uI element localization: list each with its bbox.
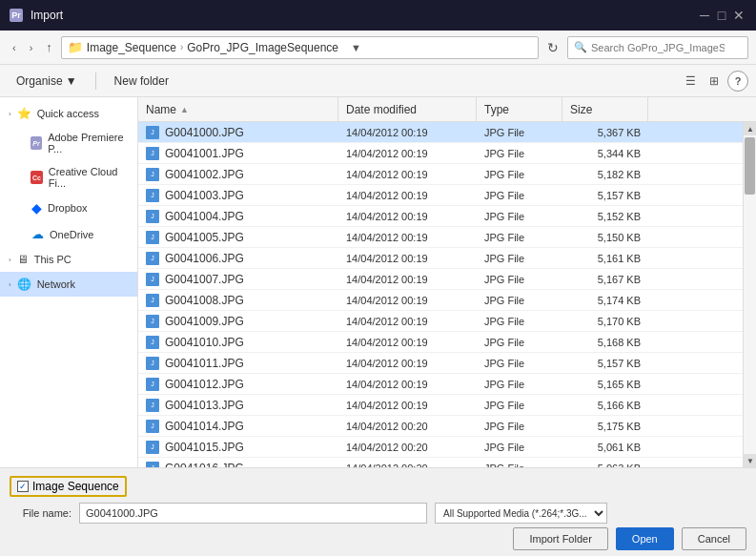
- file-name-text: G0041005.JPG: [165, 231, 244, 244]
- file-name-text: G0041015.JPG: [165, 441, 244, 454]
- close-button[interactable]: ✕: [731, 8, 746, 23]
- sidebar-icon: 🌐: [17, 278, 31, 291]
- scroll-track[interactable]: [744, 135, 756, 454]
- table-row[interactable]: JG0041014.JPG14/04/2012 00:20JPG File5,1…: [138, 416, 743, 437]
- image-sequence-checkbox[interactable]: ✓: [17, 481, 29, 492]
- file-date-cell: 14/04/2012 00:19: [338, 374, 477, 394]
- file-name-cell: JG0041007.JPG: [138, 269, 338, 289]
- sidebar-item-this-pc[interactable]: ›🖥This PC: [0, 247, 137, 272]
- minimize-button[interactable]: ─: [697, 8, 712, 23]
- view-grid-button[interactable]: ⊞: [705, 72, 724, 91]
- file-type-icon: J: [146, 378, 159, 391]
- file-type-cell: JPG File: [477, 248, 562, 268]
- file-date-cell: 14/04/2012 00:20: [338, 458, 477, 467]
- file-size-cell: 5,344 KB: [562, 143, 648, 163]
- file-type-select[interactable]: All Supported Media (*.264;*.3G...: [435, 503, 607, 524]
- table-row[interactable]: JG0041006.JPG14/04/2012 00:19JPG File5,1…: [138, 248, 743, 269]
- refresh-button[interactable]: ↻: [542, 37, 563, 58]
- file-size-cell: 5,168 KB: [562, 332, 648, 352]
- sidebar-item-quick-access[interactable]: ›⭐Quick access: [0, 101, 137, 126]
- file-type-icon: J: [146, 189, 159, 202]
- file-type-icon: J: [146, 252, 159, 265]
- file-size-cell: 5,150 KB: [562, 227, 648, 247]
- sidebar-item-label: OneDrive: [50, 229, 93, 240]
- table-row[interactable]: JG0041016.JPG14/04/2012 00:20JPG File5,0…: [138, 458, 743, 467]
- file-name-cell: JG0041000.JPG: [138, 122, 338, 142]
- file-size-cell: 5,061 KB: [562, 437, 648, 457]
- file-type-icon: J: [146, 399, 159, 412]
- sidebar-icon: ◆: [31, 200, 42, 216]
- file-size-cell: 5,157 KB: [562, 185, 648, 205]
- forward-button[interactable]: ›: [25, 39, 38, 56]
- file-type-icon: J: [146, 273, 159, 286]
- sidebar-item-label: This PC: [34, 254, 72, 265]
- col-header-name[interactable]: Name ▲: [138, 97, 338, 121]
- table-row[interactable]: JG0041001.JPG14/04/2012 00:19JPG File5,3…: [138, 143, 743, 164]
- table-row[interactable]: JG0041004.JPG14/04/2012 00:19JPG File5,1…: [138, 206, 743, 227]
- dialog-title: Import: [31, 9, 63, 22]
- file-name-cell: JG0041015.JPG: [138, 437, 338, 457]
- help-button[interactable]: ?: [727, 71, 748, 92]
- table-row[interactable]: JG0041008.JPG14/04/2012 00:19JPG File5,1…: [138, 290, 743, 311]
- col-header-date[interactable]: Date modified: [338, 97, 477, 121]
- sidebar-item-network[interactable]: ›🌐Network: [0, 272, 137, 297]
- view-list-button[interactable]: ☰: [681, 72, 701, 91]
- table-row[interactable]: JG0041010.JPG14/04/2012 00:19JPG File5,1…: [138, 332, 743, 353]
- maximize-button[interactable]: □: [714, 8, 729, 23]
- sidebar-item-creative-cloud[interactable]: CcCreative Cloud Fi...: [0, 160, 137, 195]
- scroll-down-button[interactable]: ▼: [744, 454, 756, 467]
- table-row[interactable]: JG0041007.JPG14/04/2012 00:19JPG File5,1…: [138, 269, 743, 290]
- sidebar-item-onedrive[interactable]: ☁OneDrive: [0, 221, 137, 247]
- file-size-cell: 5,170 KB: [562, 311, 648, 331]
- breadcrumb[interactable]: 📁 Image_Sequence › GoPro_JPG_ImageSequen…: [61, 36, 539, 59]
- table-row[interactable]: JG0041015.JPG14/04/2012 00:20JPG File5,0…: [138, 437, 743, 458]
- cancel-button[interactable]: Cancel: [682, 527, 746, 550]
- back-button[interactable]: ‹: [8, 39, 21, 56]
- file-size-cell: 5,175 KB: [562, 416, 648, 436]
- breadcrumb-dropdown-button[interactable]: ▼: [346, 39, 366, 56]
- toolbar-right: ☰ ⊞ ?: [681, 71, 748, 92]
- file-list-container: Name ▲ Date modified Type Size JG0041000…: [138, 97, 756, 467]
- file-type-icon: J: [146, 210, 159, 223]
- table-row[interactable]: JG0041012.JPG14/04/2012 00:19JPG File5,1…: [138, 374, 743, 395]
- sidebar-item-dropbox[interactable]: ◆Dropbox: [0, 195, 137, 221]
- scroll-thumb[interactable]: [745, 137, 755, 195]
- file-type-icon: J: [146, 441, 159, 454]
- action-row: Import Folder Open Cancel: [10, 527, 746, 550]
- sidebar-item-label: Creative Cloud Fi...: [49, 166, 129, 189]
- table-row[interactable]: JG0041000.JPG14/04/2012 00:19JPG File5,3…: [138, 122, 743, 143]
- sidebar-item-adobe-premiere[interactable]: PrAdobe Premiere P...: [0, 126, 137, 160]
- table-row[interactable]: JG0041009.JPG14/04/2012 00:19JPG File5,1…: [138, 311, 743, 332]
- new-folder-button[interactable]: New folder: [106, 71, 177, 92]
- file-type-cell: JPG File: [477, 122, 562, 142]
- file-type-cell: JPG File: [477, 206, 562, 226]
- table-row[interactable]: JG0041005.JPG14/04/2012 00:19JPG File5,1…: [138, 227, 743, 248]
- table-row[interactable]: JG0041003.JPG14/04/2012 00:19JPG File5,1…: [138, 185, 743, 206]
- scroll-up-button[interactable]: ▲: [744, 122, 756, 135]
- file-type-icon: J: [146, 231, 159, 244]
- sidebar-icon: Cc: [31, 171, 43, 184]
- file-name-text: G0041011.JPG: [165, 357, 244, 370]
- file-name-cell: JG0041003.JPG: [138, 185, 338, 205]
- table-row[interactable]: JG0041002.JPG14/04/2012 00:19JPG File5,1…: [138, 164, 743, 185]
- bottom-bar: ✓ Image Sequence File name: All Supporte…: [0, 467, 756, 556]
- sort-icon: ▲: [180, 105, 189, 114]
- table-row[interactable]: JG0041013.JPG14/04/2012 00:19JPG File5,1…: [138, 395, 743, 416]
- sidebar-icon: ⭐: [17, 107, 31, 120]
- file-size-cell: 5,182 KB: [562, 164, 648, 184]
- file-name-input[interactable]: [79, 503, 427, 524]
- up-button[interactable]: ↑: [41, 37, 57, 57]
- table-row[interactable]: JG0041011.JPG14/04/2012 00:19JPG File5,1…: [138, 353, 743, 374]
- search-icon: 🔍: [574, 41, 587, 53]
- organise-button[interactable]: Organise ▼: [8, 71, 86, 92]
- scrollbar[interactable]: ▲ ▼: [743, 122, 756, 467]
- search-input[interactable]: [591, 42, 725, 53]
- file-name-label: File name:: [10, 507, 72, 519]
- file-type-icon: J: [146, 294, 159, 307]
- import-folder-button[interactable]: Import Folder: [513, 527, 607, 550]
- open-button[interactable]: Open: [616, 527, 674, 550]
- file-name-text: G0041014.JPG: [165, 420, 244, 433]
- file-date-cell: 14/04/2012 00:19: [338, 248, 477, 268]
- col-header-size[interactable]: Size: [562, 97, 648, 121]
- col-header-type[interactable]: Type: [477, 97, 562, 121]
